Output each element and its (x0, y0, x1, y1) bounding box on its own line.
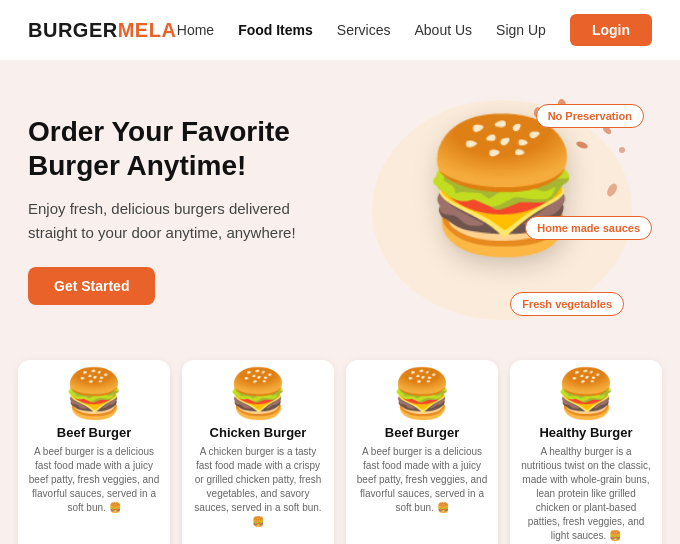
logo-text-mela: MELA (118, 19, 177, 41)
card-image-beef-2: 🍔 (392, 370, 452, 418)
hero-subtext: Enjoy fresh, delicious burgers delivered… (28, 197, 338, 245)
nav-links: Home Food Items Services About Us Sign U… (177, 14, 652, 46)
nav-item-signup[interactable]: Sign Up (496, 21, 546, 39)
card-desc-beef-2: A beef burger is a delicious fast food m… (356, 445, 488, 543)
card-desc-beef-1: A beef burger is a delicious fast food m… (28, 445, 160, 543)
get-started-button[interactable]: Get Started (28, 267, 155, 305)
cards-grid: 🍔 Beef Burger A beef burger is a delicio… (18, 360, 662, 544)
nav-item-about[interactable]: About Us (414, 21, 472, 39)
card-healthy-burger: 🍔 Healthy Burger A healthy burger is a n… (510, 360, 662, 544)
navbar: BURGERMELA Home Food Items Services Abou… (0, 0, 680, 60)
hero-section: Order Your Favorite Burger Anytime! Enjo… (0, 60, 680, 350)
nav-item-login[interactable]: Login (570, 14, 652, 46)
card-beef-burger-2: 🍔 Beef Burger A beef burger is a delicio… (346, 360, 498, 544)
tag-home-made-sauces: Home made sauces (525, 216, 652, 240)
card-image-healthy: 🍔 (556, 370, 616, 418)
hero-image-area: 🍔 No Preservation Home made sauces Fresh… (352, 90, 652, 330)
nav-item-services[interactable]: Services (337, 21, 391, 39)
card-desc-healthy: A healthy burger is a nutritious twist o… (520, 445, 652, 543)
card-title-beef-1: Beef Burger (57, 425, 131, 440)
card-title-chicken: Chicken Burger (210, 425, 307, 440)
nav-item-food-items[interactable]: Food Items (238, 21, 313, 39)
card-image-beef-1: 🍔 (64, 370, 124, 418)
svg-point-7 (619, 147, 625, 153)
cards-section: 🍔 Beef Burger A beef burger is a delicio… (0, 350, 680, 544)
logo-text-burger: BURGER (28, 19, 118, 41)
hero-heading: Order Your Favorite Burger Anytime! (28, 115, 338, 182)
logo: BURGERMELA (28, 19, 176, 42)
login-button[interactable]: Login (570, 14, 652, 46)
tag-no-preservation: No Preservation (536, 104, 644, 128)
hero-text-block: Order Your Favorite Burger Anytime! Enjo… (28, 115, 338, 304)
card-chicken-burger: 🍔 Chicken Burger A chicken burger is a t… (182, 360, 334, 544)
card-beef-burger-1: 🍔 Beef Burger A beef burger is a delicio… (18, 360, 170, 544)
tag-fresh-vegetables: Fresh vegetables (510, 292, 624, 316)
card-title-healthy: Healthy Burger (539, 425, 632, 440)
card-title-beef-2: Beef Burger (385, 425, 459, 440)
nav-item-home[interactable]: Home (177, 21, 214, 39)
card-desc-chicken: A chicken burger is a tasty fast food ma… (192, 445, 324, 543)
card-image-chicken: 🍔 (228, 370, 288, 418)
